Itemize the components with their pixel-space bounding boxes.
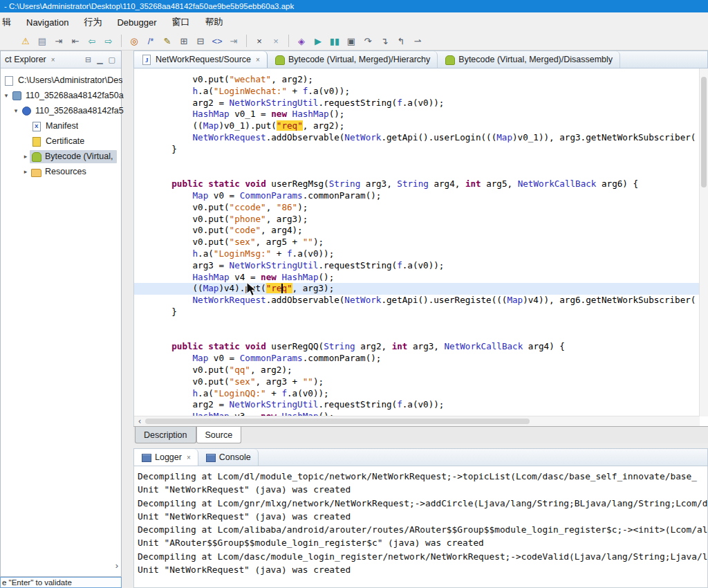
code-editor[interactable]: v0.put("wechat", arg2);h.a("LoginWechat:…: [133, 68, 708, 426]
fragment-tab-label: Description: [144, 430, 187, 440]
tree-item-4[interactable]: Certificate: [1, 134, 121, 149]
code-line: arg2 = NetWorkStringUtil.requestString(f…: [134, 98, 700, 109]
menu-item-5[interactable]: 帮助: [198, 13, 231, 31]
code-line: ((Map)v0_1).put("req", arg2);: [134, 120, 700, 132]
comment-icon[interactable]: /*: [143, 34, 158, 48]
table-view-icon[interactable]: ⊟: [193, 34, 208, 48]
tab-logger[interactable]: Logger×: [134, 449, 198, 466]
editor-tab-1[interactable]: Bytecode (Virtual, Merged)/Hierarchy: [268, 51, 438, 68]
code-line: NetWorkRequest.addObservable(NetWork.get…: [134, 132, 700, 144]
tab-console[interactable]: Console: [198, 449, 259, 466]
fragment-tab-description[interactable]: Description: [135, 427, 196, 443]
code-token: NetWorkStringUtil: [230, 260, 319, 270]
code-token: ((: [192, 283, 203, 293]
tree-item-2[interactable]: ▾110_35268aa48142fa5: [1, 103, 121, 118]
tree-item-0[interactable]: C:\Users\Administrator\Des: [1, 73, 121, 88]
menu-item-3[interactable]: Debugger: [109, 15, 164, 30]
warning-icon[interactable]: ⚠: [18, 34, 33, 48]
close-icon[interactable]: ×: [49, 56, 57, 64]
decompile-icon[interactable]: ◈: [294, 34, 309, 48]
explorer-tree: C:\Users\Administrator\Des▾110_35268aa48…: [1, 68, 121, 179]
folder-icon: [31, 169, 41, 177]
vertical-scrollbar-thumb[interactable]: [701, 77, 707, 187]
bytes-view-icon[interactable]: ⊞: [176, 34, 192, 48]
resume-icon[interactable]: ▶: [310, 34, 326, 48]
tree-item-label: 110_35268aa48142fa5: [35, 106, 124, 116]
tree-item-body: Manifest: [30, 120, 82, 133]
step-over-icon[interactable]: ↷: [360, 34, 375, 48]
xml-view-icon[interactable]: <>: [209, 34, 225, 48]
menu-item-1[interactable]: Navigation: [19, 15, 76, 30]
delete-icon[interactable]: ×: [252, 34, 267, 48]
close-icon[interactable]: ×: [256, 56, 260, 64]
bottom-tab-label: Logger: [155, 452, 182, 462]
tree-item-5[interactable]: ▸Bytecode (Virtual,: [1, 149, 121, 164]
tree-item-1[interactable]: ▾110_35268aa48142fa50a: [1, 88, 121, 103]
code-token: NetWorkCallBack: [445, 341, 523, 351]
editor-tab-2[interactable]: Bytecode (Virtual, Merged)/Disassembly: [438, 51, 620, 68]
horizontal-scrollbar[interactable]: ‹: [134, 416, 700, 426]
navigate-back-icon[interactable]: ⇦: [84, 34, 100, 48]
highlighted-occurrence: "req": [266, 283, 292, 293]
collapse-all-icon[interactable]: ⊟: [82, 55, 94, 64]
new-window-icon[interactable]: ▤: [35, 34, 50, 48]
code-token: "phone": [230, 214, 266, 224]
code-token: h: [192, 248, 198, 259]
android-icon: [445, 55, 455, 65]
code-token: , arg2);: [250, 365, 292, 375]
close-icon[interactable]: ×: [187, 454, 191, 461]
xml-icon: [32, 122, 41, 131]
menu-item-2[interactable]: 行为: [76, 13, 109, 31]
validate-hint-box[interactable]: e "Enter" to validate: [0, 577, 122, 588]
expander-icon[interactable]: ▾: [2, 92, 10, 99]
minimize-icon[interactable]: ▁: [94, 55, 105, 64]
code-token: arg4,: [429, 178, 465, 189]
clear-icon[interactable]: ×: [268, 34, 283, 48]
step-out-icon[interactable]: ↰: [393, 34, 409, 48]
code-line: [134, 156, 700, 167]
title-bar[interactable]: - C:\Users\Administrator\Desktop\110_352…: [0, 0, 708, 12]
vertical-scrollbar[interactable]: [699, 68, 708, 416]
toolbar-separator: [121, 35, 122, 47]
scroll-left-icon[interactable]: ‹: [134, 416, 145, 426]
fragment-tab-label: Source: [205, 430, 233, 440]
expander-icon[interactable]: ▸: [21, 153, 30, 160]
logger-content[interactable]: Decompiling at Lcom/dl/module_topic/netw…: [133, 466, 708, 588]
navigate-forward-icon[interactable]: ⇨: [101, 34, 116, 48]
cert-icon: [32, 137, 41, 147]
tree-item-body: C:\Users\Administrator\Des: [2, 74, 127, 87]
code-token: userRegMsg(: [266, 178, 329, 189]
code-token: v4 =: [230, 272, 261, 282]
run-to-cursor-icon[interactable]: ⇀: [410, 34, 425, 48]
stop-icon[interactable]: ▣: [344, 34, 359, 48]
go-out-icon[interactable]: ⇤: [68, 34, 83, 48]
scroll-right-icon[interactable]: ›: [115, 560, 118, 571]
tree-item-label: Manifest: [46, 121, 78, 131]
tree-item-6[interactable]: ▸Resources: [1, 164, 121, 179]
fragment-tab-source[interactable]: Source: [196, 427, 242, 443]
code-token: String: [324, 341, 355, 351]
tab-project-explorer[interactable]: ct Explorer: [2, 55, 49, 64]
horizontal-scrollbar-thumb[interactable]: [145, 419, 530, 424]
code-token: ();: [318, 272, 334, 282]
code-token: "sex": [230, 376, 256, 387]
code-token: NetWork: [344, 132, 381, 143]
cross-references-icon[interactable]: ◎: [127, 34, 142, 48]
indent-icon[interactable]: ⇥: [226, 34, 241, 48]
tree-item-3[interactable]: Manifest: [1, 118, 121, 134]
maximize-icon[interactable]: ▢: [106, 55, 118, 64]
editor-tab-0[interactable]: NetWorkRequest/Source×: [134, 51, 268, 68]
code-token: f: [397, 260, 402, 270]
menu-item-0[interactable]: 辑: [0, 13, 19, 31]
code-line: v0.put("sex", arg5 + "");: [134, 237, 700, 248]
step-into-icon[interactable]: ↴: [377, 34, 392, 48]
expander-icon[interactable]: ▾: [12, 107, 20, 114]
rename-icon[interactable]: ✎: [160, 34, 175, 48]
pause-icon[interactable]: ▮▮: [327, 34, 342, 48]
menu-item-4[interactable]: 窗口: [165, 13, 198, 31]
go-into-icon[interactable]: ⇥: [51, 34, 66, 48]
code-token: );: [297, 202, 308, 212]
code-token: CommonParams: [240, 353, 303, 363]
code-token: .requestString(: [318, 260, 397, 270]
expander-icon[interactable]: ▸: [21, 168, 30, 175]
